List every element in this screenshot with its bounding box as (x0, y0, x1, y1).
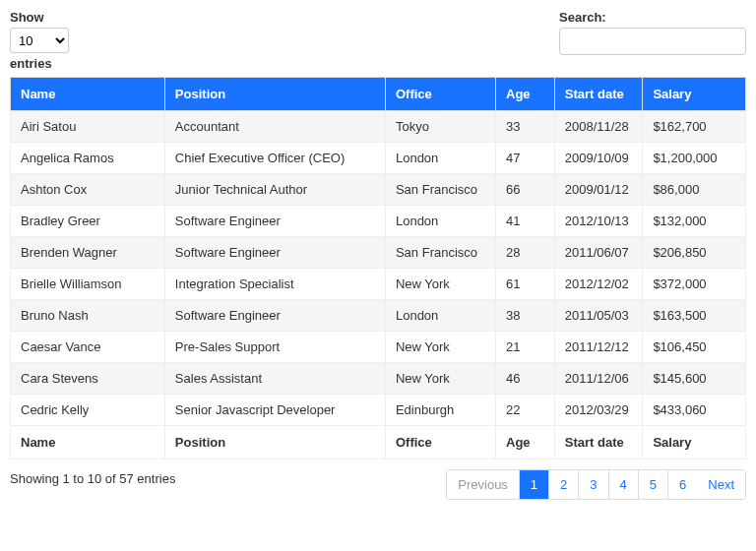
cell-name: Airi Satou (11, 111, 165, 143)
cell-start: 2009/01/12 (554, 174, 643, 206)
cell-start: 2009/10/09 (554, 143, 643, 174)
table-row: Caesar VancePre-Sales SupportNew York212… (11, 332, 746, 363)
column-footer-salary: Salary (643, 426, 746, 459)
column-footer-age: Age (496, 426, 555, 459)
entries-label: entries (10, 56, 69, 71)
cell-name: Bruno Nash (11, 300, 165, 332)
cell-start: 2012/03/29 (554, 395, 643, 426)
info-text: Showing 1 to 10 of 57 entries (10, 469, 175, 486)
cell-office: San Francisco (385, 237, 495, 269)
cell-name: Angelica Ramos (11, 143, 165, 174)
cell-office: New York (385, 363, 495, 395)
cell-position: Junior Technical Author (164, 174, 385, 206)
column-header-name[interactable]: Name (11, 78, 165, 111)
search-label: Search: (559, 10, 746, 25)
cell-start: 2012/10/13 (554, 206, 643, 237)
page-size-select[interactable]: 10 (10, 28, 69, 53)
cell-salary: $163,500 (643, 300, 746, 332)
search-control: Search: (559, 10, 746, 55)
cell-name: Brielle Williamson (11, 269, 165, 300)
cell-position: Chief Executive Officer (CEO) (164, 143, 385, 174)
cell-position: Pre-Sales Support (164, 332, 385, 363)
table-row: Bradley GreerSoftware EngineerLondon4120… (11, 206, 746, 237)
cell-age: 33 (496, 111, 555, 143)
cell-salary: $132,000 (643, 206, 746, 237)
cell-position: Software Engineer (164, 206, 385, 237)
cell-age: 28 (496, 237, 555, 269)
cell-office: London (385, 143, 495, 174)
pagination: Previous 123456 Next (446, 469, 746, 500)
table-row: Angelica RamosChief Executive Officer (C… (11, 143, 746, 174)
cell-office: London (385, 206, 495, 237)
page-button-5[interactable]: 5 (639, 470, 668, 499)
previous-button[interactable]: Previous (447, 470, 520, 499)
cell-office: San Francisco (385, 174, 495, 206)
cell-position: Senior Javascript Developer (164, 395, 385, 426)
table-row: Airi SatouAccountantTokyo332008/11/28$16… (11, 111, 746, 143)
table-row: Brenden WagnerSoftware EngineerSan Franc… (11, 237, 746, 269)
table-row: Ashton CoxJunior Technical AuthorSan Fra… (11, 174, 746, 206)
cell-office: New York (385, 332, 495, 363)
table-row: Brielle WilliamsonIntegration Specialist… (11, 269, 746, 300)
cell-position: Sales Assistant (164, 363, 385, 395)
cell-age: 22 (496, 395, 555, 426)
cell-start: 2008/11/28 (554, 111, 643, 143)
cell-salary: $162,700 (643, 111, 746, 143)
cell-salary: $86,000 (643, 174, 746, 206)
cell-start: 2011/12/12 (554, 332, 643, 363)
cell-salary: $1,200,000 (643, 143, 746, 174)
cell-start: 2011/05/03 (554, 300, 643, 332)
column-footer-start-date: Start date (554, 426, 643, 459)
cell-age: 41 (496, 206, 555, 237)
cell-salary: $372,000 (643, 269, 746, 300)
column-footer-office: Office (385, 426, 495, 459)
page-button-3[interactable]: 3 (579, 470, 608, 499)
cell-office: London (385, 300, 495, 332)
column-footer-name: Name (11, 426, 165, 459)
cell-position: Software Engineer (164, 237, 385, 269)
cell-salary: $206,850 (643, 237, 746, 269)
length-control: Show 10 entries (10, 10, 69, 71)
cell-name: Cara Stevens (11, 363, 165, 395)
cell-name: Cedric Kelly (11, 395, 165, 426)
cell-name: Ashton Cox (11, 174, 165, 206)
cell-office: Tokyo (385, 111, 495, 143)
search-input[interactable] (559, 28, 746, 55)
column-header-position[interactable]: Position (164, 78, 385, 111)
table-row: Cara StevensSales AssistantNew York46201… (11, 363, 746, 395)
cell-start: 2012/12/02 (554, 269, 643, 300)
cell-age: 21 (496, 332, 555, 363)
cell-position: Integration Specialist (164, 269, 385, 300)
cell-name: Brenden Wagner (11, 237, 165, 269)
page-button-4[interactable]: 4 (609, 470, 639, 499)
data-table: Name Position Office Age Start date Sala… (10, 77, 746, 459)
page-button-1[interactable]: 1 (520, 470, 549, 499)
column-header-office[interactable]: Office (385, 78, 495, 111)
cell-office: Edinburgh (385, 395, 495, 426)
cell-start: 2011/12/06 (554, 363, 643, 395)
cell-age: 61 (496, 269, 555, 300)
cell-name: Caesar Vance (11, 332, 165, 363)
page-button-2[interactable]: 2 (549, 470, 579, 499)
cell-start: 2011/06/07 (554, 237, 643, 269)
column-header-salary[interactable]: Salary (643, 78, 746, 111)
cell-salary: $145,600 (643, 363, 746, 395)
cell-age: 38 (496, 300, 555, 332)
cell-age: 46 (496, 363, 555, 395)
column-footer-position: Position (164, 426, 385, 459)
cell-position: Software Engineer (164, 300, 385, 332)
cell-position: Accountant (164, 111, 385, 143)
cell-age: 47 (496, 143, 555, 174)
column-header-start-date[interactable]: Start date (554, 78, 643, 111)
cell-salary: $106,450 (643, 332, 746, 363)
cell-salary: $433,060 (643, 395, 746, 426)
column-header-age[interactable]: Age (496, 78, 555, 111)
next-button[interactable]: Next (697, 470, 745, 499)
cell-office: New York (385, 269, 495, 300)
show-label: Show (10, 10, 69, 25)
table-row: Cedric KellySenior Javascript DeveloperE… (11, 395, 746, 426)
cell-age: 66 (496, 174, 555, 206)
cell-name: Bradley Greer (11, 206, 165, 237)
table-row: Bruno NashSoftware EngineerLondon382011/… (11, 300, 746, 332)
page-button-6[interactable]: 6 (668, 470, 697, 499)
